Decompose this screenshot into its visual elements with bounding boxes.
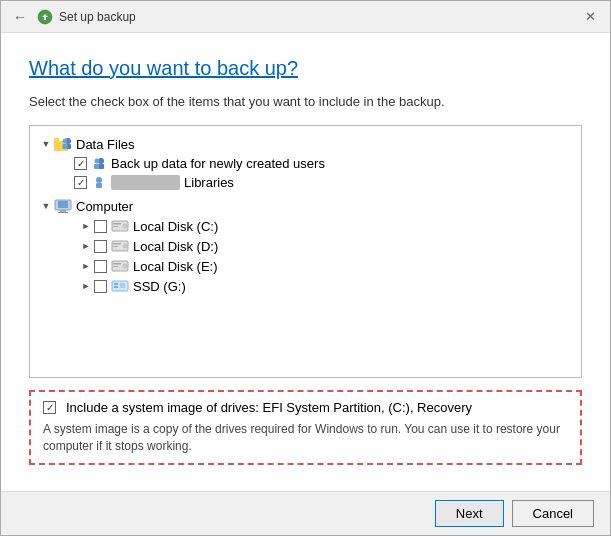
window: ← Set up backup ✕ What do you want to ba… bbox=[0, 0, 611, 536]
title-underline: W bbox=[29, 57, 48, 79]
system-image-label: Include a system image of drives: EFI Sy… bbox=[66, 400, 472, 415]
checkbox-system-image[interactable] bbox=[43, 401, 56, 414]
svg-rect-10 bbox=[94, 164, 99, 169]
expand-data-files-icon[interactable]: ▼ bbox=[38, 136, 54, 152]
tree-group-data-files[interactable]: ▼ Data Files bbox=[38, 134, 577, 154]
system-image-row: Include a system image of drives: EFI Sy… bbox=[43, 400, 568, 415]
expand-disk-c-icon[interactable]: ► bbox=[78, 218, 94, 234]
new-users-icon bbox=[91, 157, 107, 171]
computer-label: Computer bbox=[76, 199, 133, 214]
svg-rect-12 bbox=[96, 183, 102, 188]
expand-disk-d-icon[interactable]: ► bbox=[78, 238, 94, 254]
new-users-label: Back up data for newly created users bbox=[111, 156, 325, 171]
svg-rect-27 bbox=[113, 263, 121, 265]
subtitle: Select the check box of the items that y… bbox=[29, 94, 582, 109]
svg-rect-30 bbox=[114, 283, 118, 285]
disk-d-icon bbox=[111, 239, 129, 253]
system-image-description: A system image is a copy of the drives r… bbox=[43, 421, 568, 455]
svg-rect-15 bbox=[60, 210, 66, 212]
tree-container: ▼ Data Files bbox=[29, 125, 582, 378]
svg-point-9 bbox=[95, 158, 100, 163]
expand-ssd-g-icon[interactable]: ► bbox=[78, 278, 94, 294]
svg-rect-20 bbox=[113, 226, 118, 227]
close-button[interactable]: ✕ bbox=[579, 7, 602, 26]
checkbox-new-users[interactable] bbox=[74, 157, 87, 170]
cancel-button[interactable]: Cancel bbox=[512, 500, 594, 527]
next-button[interactable]: Next bbox=[435, 500, 504, 527]
page-title: What do you want to back up? bbox=[29, 57, 582, 80]
title-bar: ← Set up backup ✕ bbox=[1, 1, 610, 33]
svg-rect-24 bbox=[113, 246, 118, 247]
svg-rect-19 bbox=[113, 223, 121, 225]
svg-rect-31 bbox=[114, 286, 118, 288]
disk-e-icon bbox=[111, 259, 129, 273]
svg-point-11 bbox=[96, 177, 102, 183]
tree-item-disk-e[interactable]: ► Local Disk (E:) bbox=[78, 256, 577, 276]
svg-rect-23 bbox=[113, 243, 121, 245]
checkbox-disk-e[interactable] bbox=[94, 260, 107, 273]
username-blurred bbox=[111, 175, 180, 190]
main-content: What do you want to back up? Select the … bbox=[1, 33, 610, 491]
disk-d-label: Local Disk (D:) bbox=[133, 239, 218, 254]
svg-point-5 bbox=[63, 139, 68, 144]
tree-item-disk-d[interactable]: ► Local Disk (D:) bbox=[78, 236, 577, 256]
checkbox-disk-c[interactable] bbox=[94, 220, 107, 233]
tree-item-user-libraries[interactable]: Libraries bbox=[58, 173, 577, 192]
expand-computer-icon[interactable]: ▼ bbox=[38, 198, 54, 214]
tree-group-computer[interactable]: ▼ Computer bbox=[38, 196, 577, 216]
data-files-label: Data Files bbox=[76, 137, 135, 152]
svg-rect-2 bbox=[54, 138, 59, 142]
back-button[interactable]: ← bbox=[9, 9, 31, 25]
system-image-area: Include a system image of drives: EFI Sy… bbox=[29, 390, 582, 465]
tree-item-disk-c[interactable]: ► Local Disk (C:) bbox=[78, 216, 577, 236]
ssd-g-label: SSD (G:) bbox=[133, 279, 186, 294]
svg-rect-14 bbox=[58, 201, 68, 208]
svg-rect-16 bbox=[58, 212, 68, 213]
disk-c-label: Local Disk (C:) bbox=[133, 219, 218, 234]
window-title: Set up backup bbox=[59, 10, 136, 24]
svg-point-26 bbox=[123, 264, 127, 268]
disk-c-icon bbox=[111, 219, 129, 233]
tree-item-new-users[interactable]: Back up data for newly created users bbox=[58, 154, 577, 173]
checkbox-ssd-g[interactable] bbox=[94, 280, 107, 293]
backup-icon bbox=[37, 9, 53, 25]
checkbox-disk-d[interactable] bbox=[94, 240, 107, 253]
title-bar-left: ← Set up backup bbox=[9, 9, 136, 25]
svg-point-18 bbox=[123, 224, 127, 228]
svg-rect-6 bbox=[63, 144, 68, 149]
checkbox-user-libraries[interactable] bbox=[74, 176, 87, 189]
data-files-icon bbox=[54, 137, 72, 151]
libraries-label: Libraries bbox=[184, 175, 234, 190]
disk-e-label: Local Disk (E:) bbox=[133, 259, 218, 274]
computer-icon bbox=[54, 199, 72, 213]
tree-item-ssd-g[interactable]: ► SSD (G:) bbox=[78, 276, 577, 296]
footer: Next Cancel bbox=[1, 491, 610, 535]
libraries-icon bbox=[91, 176, 107, 190]
svg-rect-28 bbox=[113, 266, 118, 267]
ssd-g-icon bbox=[111, 279, 129, 293]
svg-rect-32 bbox=[120, 283, 125, 288]
svg-point-22 bbox=[123, 244, 127, 248]
expand-disk-e-icon[interactable]: ► bbox=[78, 258, 94, 274]
